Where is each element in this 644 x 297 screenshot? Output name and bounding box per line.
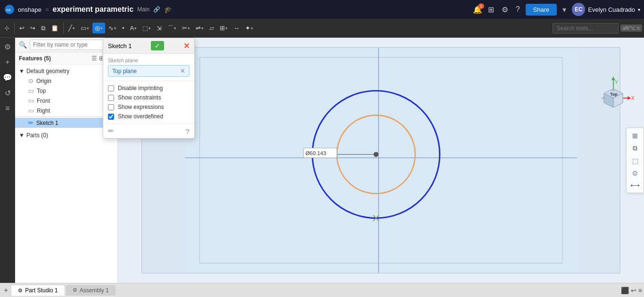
tree-item-top[interactable]: ▭ Top xyxy=(15,86,117,96)
notifications-button[interactable]: 🔔1 xyxy=(473,5,482,14)
undo-button[interactable]: ↩ xyxy=(17,23,27,33)
right-label: Right xyxy=(37,107,50,114)
show-constraints-label: Show constraints xyxy=(118,94,161,101)
sketch-pencil-icon-button[interactable]: ✏ xyxy=(108,127,114,135)
rt-button-4[interactable]: ⊙ xyxy=(628,167,642,179)
filter-input[interactable] xyxy=(30,40,115,50)
sketch-svg[interactable]: Ø60.143 xyxy=(142,48,620,273)
tree-divider xyxy=(15,116,117,117)
logo[interactable]: os onshape xyxy=(4,4,41,15)
top-label: Top xyxy=(37,88,46,94)
add-tab-button[interactable]: + xyxy=(2,285,10,296)
show-constraints-checkbox[interactable] xyxy=(108,95,114,101)
rt-button-3[interactable]: ⬚ xyxy=(628,155,642,166)
svg-rect-2 xyxy=(185,48,577,273)
show-overdefined-option[interactable]: Show overdefined xyxy=(108,113,190,120)
disable-imprinting-option[interactable]: Disable imprinting xyxy=(108,85,190,91)
sketch-panel-header: Sketch 1 ✓ ✕ xyxy=(103,38,194,54)
sketch1-label: Sketch 1 xyxy=(36,120,58,126)
copy-button[interactable]: ⧉ xyxy=(39,23,48,34)
offset-tool-button[interactable]: ▱ xyxy=(207,23,216,33)
mirror-tool-button[interactable]: ⇌▾ xyxy=(193,23,206,33)
avatar: EC xyxy=(572,3,585,16)
svg-text:Ø60.143: Ø60.143 xyxy=(305,150,326,156)
show-overdefined-checkbox[interactable] xyxy=(108,114,114,120)
history-icon-button[interactable]: ↺ xyxy=(3,87,13,99)
toolbar: ⊹ ↩ ↪ ⧉ 📋 ╱▾ ▭▾ ◎▾ ∿▾ • A▾ ⬚▾ ⇲ ⌒▾ ✂▾ ⇌▾… xyxy=(0,19,644,38)
tab-label-assembly: Assembly 1 xyxy=(80,287,109,294)
canvas-area[interactable]: Top xyxy=(118,38,644,283)
sketch-confirm-button[interactable]: ✓ xyxy=(151,41,164,50)
fillet-tool-button[interactable]: ⌒▾ xyxy=(165,22,179,34)
user-menu-button[interactable]: ▾ xyxy=(561,4,568,15)
tab-icon-assembly: ⚙ xyxy=(73,287,77,293)
toolbar-separator xyxy=(14,23,15,34)
show-expressions-label: Show expressions xyxy=(118,104,164,110)
comment-icon-button[interactable]: 💬 xyxy=(1,71,14,84)
sketch-panel-footer: ✏ ? xyxy=(103,124,194,138)
logo-text: onshape xyxy=(18,6,41,13)
bottom-icon-btn-3[interactable]: ≡ xyxy=(638,287,642,294)
show-expressions-checkbox[interactable] xyxy=(108,104,114,110)
show-constraints-option[interactable]: Show constraints xyxy=(108,94,190,101)
rt-button-5[interactable]: ⟷ xyxy=(628,180,642,191)
cube-widget[interactable]: Y X Top xyxy=(592,75,635,118)
user-name: Evelyn Cuadrado xyxy=(588,6,635,13)
show-expressions-option[interactable]: Show expressions xyxy=(108,104,190,110)
tools-icon-button[interactable]: ⚙ xyxy=(2,41,13,53)
trim-tool-button[interactable]: ✂▾ xyxy=(180,23,192,33)
add-icon-button[interactable]: + xyxy=(3,56,11,68)
line-tool-button[interactable]: ╱▾ xyxy=(66,23,77,33)
tree-item-right[interactable]: ▭ Right xyxy=(15,106,117,116)
sketch-plane-clear-button[interactable]: ✕ xyxy=(180,67,185,74)
tab-assembly-1[interactable]: ⚙ Assembly 1 xyxy=(66,285,116,296)
share-button[interactable]: Share xyxy=(526,4,557,16)
apps-icon-button[interactable]: ⚙ xyxy=(500,4,510,15)
right-toolbar: ⊞ ⧉ ⬚ ⊙ ⟷ xyxy=(626,128,644,193)
search-tools-input[interactable] xyxy=(553,23,619,33)
grid-icon-button[interactable]: ⊞ xyxy=(486,4,496,15)
rt-button-2[interactable]: ⧉ xyxy=(628,142,642,154)
spline-tool-button[interactable]: ∿▾ xyxy=(106,23,119,33)
default-geometry-header[interactable]: ▼ Default geometry xyxy=(15,66,117,76)
cube-svg: Y X Top xyxy=(592,75,635,118)
tree-item-front[interactable]: ▭ Front xyxy=(15,96,117,106)
circle-tool-button[interactable]: ◎▾ xyxy=(92,23,105,33)
disable-imprinting-checkbox[interactable] xyxy=(108,85,114,91)
panel-bottom xyxy=(15,141,117,283)
bottom-right-icons: ⬛ ↩ ≡ xyxy=(621,287,642,294)
features-view1-button[interactable]: ☰ xyxy=(91,55,97,62)
parts-header[interactable]: ▼ Parts (0) xyxy=(15,130,117,141)
right-plane-icon: ▭ xyxy=(28,107,34,114)
main-area: ⚙ + 💬 ↺ ≡ 🔍 Features (5) ☰ ⊞ 🕐 ▼ Default… xyxy=(0,38,644,283)
rt-button-1[interactable]: ⊞ xyxy=(628,130,642,141)
bottom-icon-btn-2[interactable]: ↩ xyxy=(631,287,636,294)
bottom-icon-btn-1[interactable]: ⬛ xyxy=(621,287,629,294)
clipboard-button[interactable]: 📋 xyxy=(49,23,61,33)
user-area[interactable]: EC Evelyn Cuadrado ▾ xyxy=(572,3,640,16)
redo-button[interactable]: ↪ xyxy=(28,23,38,33)
point-tool-button[interactable]: • xyxy=(120,23,127,33)
dimension-tool-button[interactable]: ↔ xyxy=(231,23,242,33)
front-plane-icon: ▭ xyxy=(28,97,34,104)
link-icon: 🔗 xyxy=(153,6,160,13)
layers-icon-button[interactable]: ≡ xyxy=(3,102,11,115)
select-tool-button[interactable]: ⊹ xyxy=(2,23,12,33)
main-link[interactable]: Main xyxy=(137,6,149,13)
help-icon-button[interactable]: ? xyxy=(514,4,522,15)
sketch-help-icon-button[interactable]: ? xyxy=(186,127,190,135)
tab-part-studio-1[interactable]: ⚙ Part Studio 1 xyxy=(11,285,65,296)
transform-tool-button[interactable]: ⇲ xyxy=(154,23,164,33)
pattern-tool-button[interactable]: ⊞▾ xyxy=(217,23,230,33)
text-tool-button[interactable]: A▾ xyxy=(128,23,140,33)
tree-item-sketch1[interactable]: ✏ Sketch 1 xyxy=(15,118,117,128)
sketch-cancel-button[interactable]: ✕ xyxy=(183,41,190,50)
filter-icon-button[interactable]: 🔍 xyxy=(18,40,28,50)
tree-item-origin[interactable]: ⊙ Origin xyxy=(15,76,117,86)
search-shortcut-label: alt/⌥ c xyxy=(620,25,642,32)
bookmark-icon[interactable]: 🎓 xyxy=(164,6,172,13)
left-icon-panel: ⚙ + 💬 ↺ ≡ xyxy=(0,38,15,283)
constraint-tool-button[interactable]: ✦▾ xyxy=(243,23,256,33)
rect-tool-button[interactable]: ▭▾ xyxy=(78,23,91,33)
image-tool-button[interactable]: ⬚▾ xyxy=(140,23,153,33)
